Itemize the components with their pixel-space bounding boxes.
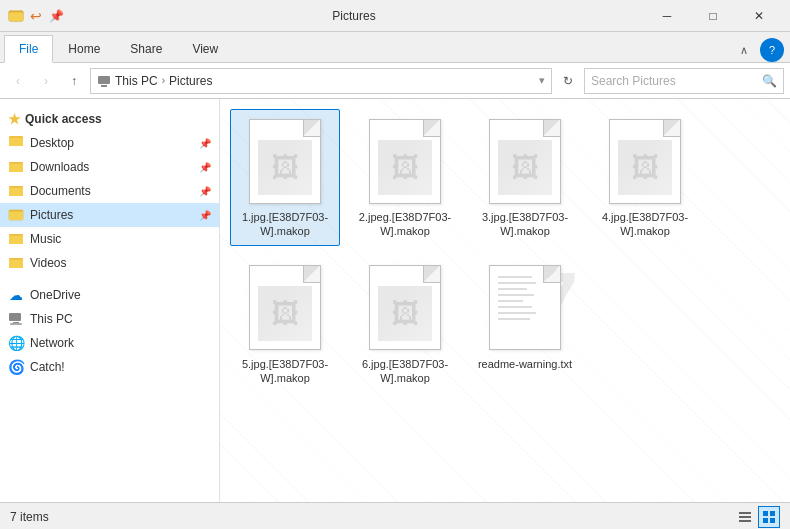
- sidebar-item-downloads[interactable]: Downloads 📌: [0, 155, 219, 179]
- search-box[interactable]: Search Pictures 🔍: [584, 68, 784, 94]
- network-icon: 🌐: [8, 335, 24, 351]
- sidebar-label-onedrive: OneDrive: [30, 288, 81, 302]
- status-bar: 7 items: [0, 502, 790, 529]
- search-placeholder: Search Pictures: [591, 74, 676, 88]
- file-thumbnail-2: 🖼: [378, 140, 432, 195]
- svg-rect-3: [101, 85, 107, 87]
- minimize-button[interactable]: ─: [644, 0, 690, 32]
- tab-home[interactable]: Home: [53, 35, 115, 62]
- catch-icon: 🌀: [8, 359, 24, 375]
- file-name-1: 1.jpg.[E38D7F03-W].makop: [237, 210, 333, 239]
- svg-rect-5: [9, 138, 23, 146]
- file-item-3[interactable]: 🖼 3.jpg.[E38D7F03-W].makop: [470, 109, 580, 246]
- file-icon-6: 🖼: [365, 263, 445, 353]
- quick-access-header[interactable]: ★ Quick access: [0, 107, 219, 131]
- forward-button[interactable]: ›: [34, 69, 58, 93]
- sidebar-item-videos[interactable]: Videos: [0, 251, 219, 275]
- svg-rect-22: [763, 511, 768, 516]
- file-item-7[interactable]: readme-warning.txt: [470, 256, 580, 393]
- pin-icon-pictures: 📌: [199, 210, 211, 221]
- file-name-3: 3.jpg.[E38D7F03-W].makop: [477, 210, 573, 239]
- file-thumbnail-4: 🖼: [618, 140, 672, 195]
- sidebar-label-catch: Catch!: [30, 360, 65, 374]
- path-this-pc[interactable]: This PC: [115, 74, 158, 88]
- svg-rect-19: [739, 512, 751, 514]
- svg-rect-20: [739, 516, 751, 518]
- quick-access-label: Quick access: [25, 112, 102, 126]
- file-item-1[interactable]: 🖼 1.jpg.[E38D7F03-W].makop: [230, 109, 340, 246]
- onedrive-icon: ☁: [8, 287, 24, 303]
- svg-rect-1: [9, 13, 23, 21]
- refresh-button[interactable]: ↻: [556, 69, 580, 93]
- file-name-6: 6.jpg.[E38D7F03-W].makop: [357, 357, 453, 386]
- file-icon-1: 🖼: [245, 116, 325, 206]
- sidebar-label-thispc: This PC: [30, 312, 73, 326]
- music-icon: [8, 231, 24, 247]
- title-bar-icons: ↩ 📌: [8, 8, 64, 24]
- file-icon-4: 🖼: [605, 116, 685, 206]
- svg-rect-21: [739, 520, 751, 522]
- sidebar-item-documents[interactable]: Documents 📌: [0, 179, 219, 203]
- pin-icon[interactable]: 📌: [48, 8, 64, 24]
- ribbon-tabs: File Home Share View ∧ ?: [0, 32, 790, 62]
- sidebar-item-catch[interactable]: 🌀 Catch!: [0, 355, 219, 379]
- ribbon-collapse-button[interactable]: ∧: [732, 38, 756, 62]
- sidebar-item-network[interactable]: 🌐 Network: [0, 331, 219, 355]
- file-icon-7: [485, 263, 565, 353]
- window-controls: ─ □ ✕: [644, 0, 782, 32]
- up-button[interactable]: ↑: [62, 69, 86, 93]
- svg-rect-9: [9, 188, 23, 196]
- file-item-2[interactable]: 🖼 2.jpeg.[E38D7F03-W].makop: [350, 109, 460, 246]
- tab-view[interactable]: View: [177, 35, 233, 62]
- tab-share[interactable]: Share: [115, 35, 177, 62]
- search-icon[interactable]: 🔍: [762, 74, 777, 88]
- sidebar-item-music[interactable]: Music: [0, 227, 219, 251]
- sidebar-item-thispc[interactable]: This PC: [0, 307, 219, 331]
- sidebar-label-network: Network: [30, 336, 74, 350]
- tile-view-button[interactable]: [758, 506, 780, 528]
- svg-rect-13: [9, 236, 23, 244]
- path-dropdown[interactable]: ▾: [539, 74, 545, 87]
- sidebar-label-music: Music: [30, 232, 61, 246]
- close-button[interactable]: ✕: [736, 0, 782, 32]
- help-button[interactable]: ?: [760, 38, 784, 62]
- sidebar-item-desktop[interactable]: Desktop 📌: [0, 131, 219, 155]
- sidebar-label-downloads: Downloads: [30, 160, 89, 174]
- sidebar-label-videos: Videos: [30, 256, 66, 270]
- sidebar-item-pictures[interactable]: Pictures 📌: [0, 203, 219, 227]
- back-button[interactable]: ‹: [6, 69, 30, 93]
- tab-file[interactable]: File: [4, 35, 53, 63]
- address-bar: ‹ › ↑ This PC › Pictures ▾ ↻ Search Pict…: [0, 63, 790, 99]
- file-thumbnail-6: 🖼: [378, 286, 432, 341]
- item-count: 7 items: [10, 510, 49, 524]
- pin-icon-desktop: 📌: [199, 138, 211, 149]
- downloads-icon: [8, 159, 24, 175]
- file-item-6[interactable]: 🖼 6.jpg.[E38D7F03-W].makop: [350, 256, 460, 393]
- svg-rect-15: [9, 260, 23, 268]
- path-pictures[interactable]: Pictures: [169, 74, 212, 88]
- pin-icon-documents: 📌: [199, 186, 211, 197]
- quick-access-icon: [8, 8, 24, 24]
- file-name-4: 4.jpg.[E38D7F03-W].makop: [597, 210, 693, 239]
- list-view-button[interactable]: [734, 506, 756, 528]
- file-icon-3: 🖼: [485, 116, 565, 206]
- pin-icon-downloads: 📌: [199, 162, 211, 173]
- pictures-icon: [8, 207, 24, 223]
- sidebar-label-documents: Documents: [30, 184, 91, 198]
- thispc-icon: [8, 311, 24, 327]
- address-path[interactable]: This PC › Pictures ▾: [90, 68, 552, 94]
- file-item-5[interactable]: 🖼 5.jpg.[E38D7F03-W].makop: [230, 256, 340, 393]
- ribbon: File Home Share View ∧ ?: [0, 32, 790, 63]
- file-item-4[interactable]: 🖼 4.jpg.[E38D7F03-W].makop: [590, 109, 700, 246]
- maximize-button[interactable]: □: [690, 0, 736, 32]
- sidebar-item-onedrive[interactable]: ☁ OneDrive: [0, 283, 219, 307]
- file-area: 77 🖼 1.jpg.[E38D7F03-W].makop 🖼: [220, 99, 790, 502]
- svg-rect-25: [770, 518, 775, 523]
- svg-rect-23: [770, 511, 775, 516]
- file-name-7: readme-warning.txt: [478, 357, 572, 371]
- desktop-icon: [8, 135, 24, 151]
- undo-icon[interactable]: ↩: [28, 8, 44, 24]
- documents-icon: [8, 183, 24, 199]
- file-icon-5: 🖼: [245, 263, 325, 353]
- svg-rect-24: [763, 518, 768, 523]
